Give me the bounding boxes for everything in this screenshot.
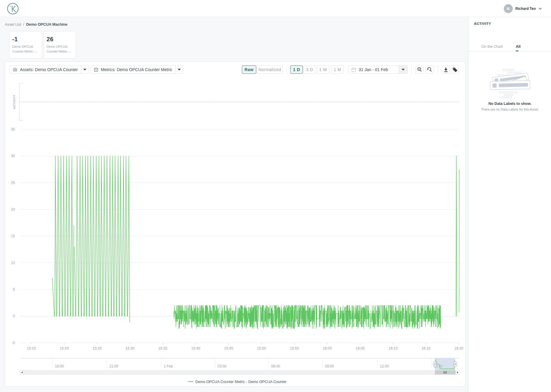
svg-text:15:25: 15:25 xyxy=(93,346,102,350)
svg-text:15:45: 15:45 xyxy=(224,346,233,350)
svg-text:1 Feb: 1 Feb xyxy=(164,364,173,368)
svg-text:15:55: 15:55 xyxy=(290,346,299,350)
svg-text:18:00: 18:00 xyxy=(55,364,64,368)
svg-text:30: 30 xyxy=(11,154,15,158)
svg-text:ACTIVITY: ACTIVITY xyxy=(13,95,16,109)
svg-text:0: 0 xyxy=(13,314,15,318)
svg-text:16:15: 16:15 xyxy=(421,346,430,350)
svg-text:-5: -5 xyxy=(12,341,15,345)
svg-text:10: 10 xyxy=(11,261,15,265)
svg-text:16:20: 16:20 xyxy=(454,346,463,350)
svg-text:15:40: 15:40 xyxy=(191,346,200,350)
svg-text:16:00: 16:00 xyxy=(323,346,332,350)
svg-text:25: 25 xyxy=(11,181,15,185)
svg-text:16:05: 16:05 xyxy=(356,346,365,350)
svg-text:15:35: 15:35 xyxy=(158,346,167,350)
svg-text:35: 35 xyxy=(11,127,15,131)
svg-text:16:10: 16:10 xyxy=(389,346,397,350)
svg-text:03:00: 03:00 xyxy=(217,364,226,368)
svg-text:15:20: 15:20 xyxy=(60,346,69,350)
svg-text:15:30: 15:30 xyxy=(125,346,134,350)
svg-text:15:15: 15:15 xyxy=(27,346,36,350)
svg-text:12:00: 12:00 xyxy=(380,364,389,368)
svg-text:15: 15 xyxy=(11,234,15,238)
svg-text:06:00: 06:00 xyxy=(271,364,280,368)
svg-text:20: 20 xyxy=(11,207,15,212)
svg-text:5: 5 xyxy=(13,287,15,292)
svg-text:21:00: 21:00 xyxy=(109,364,118,368)
svg-text:Demo OPCUA Counter Metric - De: Demo OPCUA Counter Metric - Demo OPCUA C… xyxy=(195,380,287,384)
svg-text:09:00: 09:00 xyxy=(325,364,334,368)
svg-text:15:50: 15:50 xyxy=(257,346,266,350)
